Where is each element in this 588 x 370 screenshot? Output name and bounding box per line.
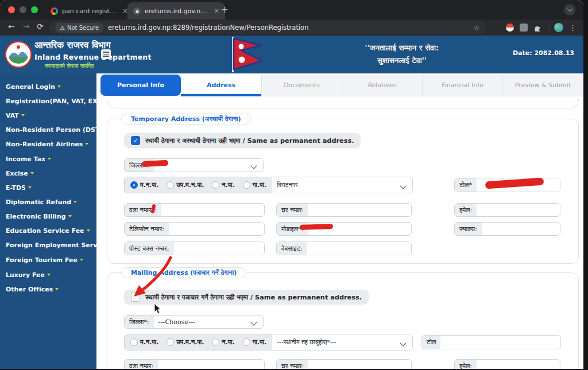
temporary-address-section: Temporary Address (अस्थायी ठेगाना) ✓ स्थ…	[107, 119, 579, 264]
telephone-field[interactable]: टेलिफोन नम्बर:	[124, 222, 265, 236]
extensions-puzzle-icon[interactable]	[533, 24, 542, 32]
sidebar-item-diplomatic-refund[interactable]: Diplomatic Refund	[6, 198, 96, 206]
browser-window: pan card registration nepal - × ereturns…	[0, 0, 583, 369]
tab-documents[interactable]: Documents	[261, 75, 342, 96]
header-list-toggle-button[interactable]	[101, 49, 111, 59]
back-icon[interactable]: ←	[8, 22, 15, 31]
sidebar-item-education-service-fee[interactable]: Education Service Fee	[6, 227, 96, 235]
not-secure-badge[interactable]: ⚠ Not Secure	[55, 23, 103, 33]
warning-icon: ⚠	[60, 25, 65, 31]
browser-tab-ereturns[interactable]: ereturns.ird.gov.np:8289/reg ×	[127, 2, 225, 20]
house-number-field[interactable]: घर नम्बर:	[276, 203, 412, 217]
dept-tagline: करदाताको सेवामा समर्पित	[45, 63, 94, 69]
chevron-down-icon	[48, 158, 51, 160]
chevron-down-icon	[87, 229, 90, 232]
google-favicon-icon	[51, 7, 58, 15]
chevron-down-icon	[57, 85, 61, 88]
browser-tab-search[interactable]: pan card registration nepal - ×	[45, 2, 134, 20]
checkbox-checked-icon[interactable]: ✓	[131, 136, 140, 145]
radio-gp[interactable]: गा.पा.	[243, 338, 266, 346]
wizard-step-bar: Personal Info Address Documents Relative…	[100, 75, 583, 96]
ward-number-field[interactable]: वडा नम्बर:	[124, 359, 265, 369]
new-tab-button[interactable]: +	[221, 5, 229, 15]
address-bar[interactable]: ⚠ Not Secure ereturns.ird.gov.np:8289/re…	[49, 21, 486, 34]
sidebar-item-etds[interactable]: E-TDS	[6, 184, 96, 192]
sidebar-item-non-resident-person[interactable]: Non-Resident Person (DST/VAT)	[6, 126, 96, 134]
radio-upmnp[interactable]: उप.म.न.पा.	[167, 181, 204, 189]
tab-search-chevron-icon[interactable]	[564, 4, 575, 15]
sidebar-item-luxury-fee[interactable]: Luxury Fee	[6, 271, 96, 279]
radio-mnp[interactable]: म.न.पा.	[130, 181, 158, 189]
chevron-down-icon	[30, 172, 34, 174]
chevron-down-icon	[21, 114, 25, 116]
toolbar-divider	[548, 24, 548, 32]
mobile-field[interactable]: मोबाइल*:	[276, 222, 412, 236]
sidebar-item-general-login[interactable]: General Login	[6, 83, 96, 91]
chevron-down-icon	[68, 215, 72, 217]
radio-upmnp[interactable]: उप.म.न.पा.	[167, 338, 204, 346]
radio-np[interactable]: न.पा.	[212, 181, 234, 189]
checkbox-label: स्थायी ठेगाना र पत्राचार गर्ने ठेगाना उह…	[145, 294, 362, 301]
fax-field[interactable]: फ्याक्स:	[454, 222, 560, 236]
chevron-down-icon	[400, 340, 406, 346]
tab-title: pan card registration nepal -	[62, 7, 118, 15]
forward-icon[interactable]: →	[23, 22, 30, 31]
previous-section-card-edge	[107, 99, 579, 108]
email-field[interactable]: इमेल:	[454, 359, 560, 369]
tole-field[interactable]: टोल	[421, 335, 561, 349]
sidebar-item-other-offices[interactable]: Other Offices	[6, 286, 96, 293]
mailing-address-legend: Mailing Address (पत्राचार गर्ने ठेगाना)	[121, 267, 246, 278]
local-body-select[interactable]: ---स्थानीय तह छान्नुहोस्*---	[272, 334, 412, 350]
zoom-window-button[interactable]	[31, 6, 38, 13]
profile-avatar[interactable]	[554, 23, 563, 32]
sidebar-item-registration[interactable]: Registration(PAN, VAT, EXCISE)	[6, 98, 96, 105]
extension-grey-icon[interactable]	[520, 24, 528, 32]
post-box-field[interactable]: पोस्ट बक्स नम्बर:	[124, 242, 265, 255]
tab-preview-submit[interactable]: Preview & Submit	[502, 75, 583, 96]
district-select[interactable]: जिल्ला*: ---Choose---	[124, 315, 264, 329]
tab-personal-info[interactable]: Personal Info	[100, 75, 181, 96]
nepal-flag-icon	[227, 37, 265, 72]
municipality-type-group: म.न.पा. उप.म.न.पा. न.पा. गा.पा. ---स्थान…	[124, 334, 413, 350]
house-number-field[interactable]: घर नम्बर:	[276, 359, 412, 369]
local-body-select[interactable]: विराटनगर	[272, 177, 412, 193]
header-slogan: ''जनतालाई सम्मान र सेवा: सुशासनलाई टेवा'…	[322, 41, 482, 67]
radio-mnp[interactable]: म.न.पा.	[130, 338, 158, 346]
bookmark-star-icon[interactable]: ☆	[473, 24, 480, 32]
dept-title-english: Inland Revenue Department	[34, 53, 152, 61]
sidebar-item-excise[interactable]: Excise	[6, 170, 96, 177]
same-as-permanent-checkbox-row[interactable]: ✓ स्थायी ठेगाना र अस्थायी ठेगाना उही भएम…	[124, 133, 361, 148]
checkbox-unchecked-icon[interactable]	[131, 293, 140, 302]
tab-address[interactable]: Address	[181, 75, 261, 96]
sidebar-item-foreign-tourism-fee[interactable]: Foreign Tourism Fee	[6, 256, 96, 264]
sidebar-item-non-resident-airlines[interactable]: Non-Resident Airlines	[6, 141, 96, 148]
website-field[interactable]: वेबसाइट:	[276, 242, 412, 255]
reload-icon[interactable]: ⟳	[37, 22, 44, 31]
radio-gp[interactable]: गा.पा.	[243, 181, 266, 189]
radio-np[interactable]: न.पा.	[212, 338, 234, 346]
browser-menu-icon[interactable]: ⋮	[569, 24, 577, 32]
main-content: Personal Info Address Documents Relative…	[96, 73, 583, 369]
sidebar-item-foreign-employment-service-fee[interactable]: Foreign Employment Service Fee	[6, 242, 96, 249]
temporary-address-legend: Temporary Address (अस्थायी ठेगाना)	[121, 114, 251, 124]
mailing-address-section: Mailing Address (पत्राचार गर्ने ठेगाना) …	[107, 272, 579, 369]
tab-relatives[interactable]: Relatives	[342, 75, 422, 96]
chevron-down-icon	[74, 201, 77, 203]
sidebar-item-income-tax[interactable]: Income Tax	[6, 155, 96, 163]
ward-number-field[interactable]: वडा नम्बर*:	[124, 203, 265, 217]
chevron-down-icon	[55, 288, 59, 290]
site-header: आन्तरिक राजस्व विभाग Inland Revenue Depa…	[0, 36, 583, 73]
ird-emblem-icon	[5, 41, 32, 68]
extension-red-icon[interactable]	[506, 24, 514, 32]
sidebar-item-electronic-billing[interactable]: Electronic Billing	[6, 213, 96, 220]
url-text[interactable]: ereturns.ird.gov.np:8289/registrationNew…	[108, 24, 469, 32]
tab-financial-info[interactable]: Financial Info	[422, 75, 502, 96]
mouse-cursor-icon	[154, 303, 162, 314]
minimize-window-button[interactable]	[20, 6, 26, 13]
close-window-button[interactable]	[8, 6, 15, 13]
sidebar-item-vat[interactable]: VAT	[6, 112, 96, 119]
chevron-down-icon	[47, 274, 51, 276]
email-field[interactable]: इमेल:	[454, 203, 560, 217]
close-tab-icon[interactable]: ×	[214, 7, 219, 15]
chevron-down-icon	[85, 143, 88, 145]
